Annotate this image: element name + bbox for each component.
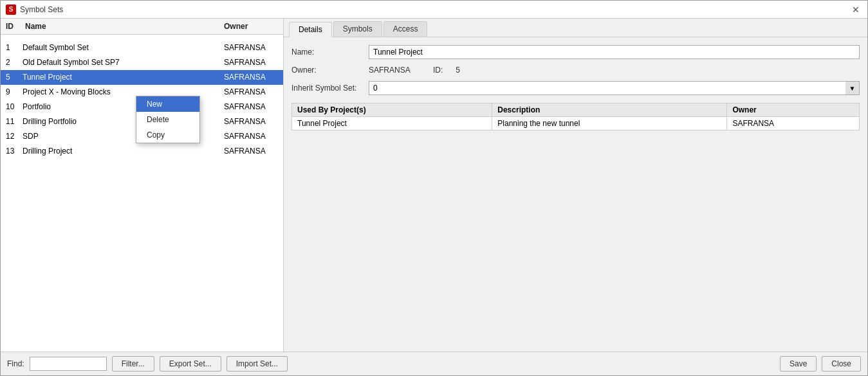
col-used-by: Used By Project(s)	[292, 103, 492, 117]
row-name: Drilling Project	[20, 145, 219, 157]
row-id: 10	[1, 101, 20, 112]
col-header-name: Name	[20, 21, 219, 32]
left-panel: ID Name Owner 1 Default Symbol Set SAFRA…	[1, 19, 284, 352]
inherit-row: Inherit Symbol Set: ▼	[291, 81, 860, 95]
tab-details[interactable]: Details	[289, 22, 332, 37]
bottom-bar: Find: Filter... Export Set... Import Set…	[1, 352, 867, 375]
inherit-dropdown-button[interactable]: ▼	[845, 81, 860, 95]
used-project-owner: SAFRANSA	[727, 117, 860, 130]
col-header-id: ID	[1, 21, 20, 32]
row-name: Default Symbol Set	[20, 42, 219, 53]
used-project-description: Planning the new tunnel	[492, 117, 727, 130]
used-project-name: Tunnel Project	[292, 117, 492, 130]
inherit-select-wrap: ▼	[369, 81, 860, 95]
row-id	[1, 36, 20, 39]
context-menu-new[interactable]: New	[136, 96, 199, 112]
right-panel: Details Symbols Access Name: Owner: SAFR…	[284, 19, 867, 352]
row-id: 13	[1, 145, 20, 157]
row-id: 2	[1, 57, 20, 68]
table-row[interactable]: Tunnel Project Planning the new tunnel S…	[292, 117, 860, 130]
list-header: ID Name Owner	[1, 19, 283, 35]
close-button[interactable]: Close	[822, 356, 861, 372]
row-owner: SAFRANSA	[219, 57, 283, 68]
main-content: ID Name Owner 1 Default Symbol Set SAFRA…	[1, 19, 867, 352]
context-menu: New Delete Copy	[136, 96, 200, 143]
app-icon: S	[6, 4, 16, 15]
inherit-label: Inherit Symbol Set:	[291, 84, 369, 93]
row-name: Tunnel Project	[20, 71, 219, 83]
owner-label: Owner:	[291, 66, 369, 75]
row-name: Old Default Symbol Set SP7	[20, 57, 219, 68]
row-owner: SAFRANSA	[219, 130, 283, 142]
name-label: Name:	[291, 48, 369, 57]
window-title: Symbol Sets	[20, 5, 63, 14]
btn-right-group: Save Close	[780, 356, 861, 372]
save-button[interactable]: Save	[780, 356, 817, 372]
import-set-button[interactable]: Import Set...	[226, 356, 288, 372]
tab-symbols[interactable]: Symbols	[333, 21, 382, 37]
details-panel: Name: Owner: SAFRANSA ID: 5 Inherit Symb…	[284, 37, 867, 138]
col-header-owner: Owner	[219, 21, 283, 32]
list-item-selected[interactable]: 5 Tunnel Project SAFRANSA	[1, 70, 283, 85]
symbol-sets-list[interactable]: 1 Default Symbol Set SAFRANSA 2 Old Defa…	[1, 35, 283, 352]
owner-value: SAFRANSA	[369, 66, 420, 75]
find-input[interactable]	[30, 357, 107, 371]
row-owner: SAFRANSA	[219, 71, 283, 83]
list-item[interactable]: 2 Old Default Symbol Set SP7 SAFRANSA	[1, 55, 283, 70]
list-item[interactable]	[1, 35, 283, 40]
context-menu-copy[interactable]: Copy	[136, 127, 199, 143]
title-bar: S Symbol Sets ✕	[1, 1, 867, 19]
row-id: 11	[1, 116, 20, 127]
export-set-button[interactable]: Export Set...	[160, 356, 221, 372]
row-id: 5	[1, 71, 20, 83]
row-owner: SAFRANSA	[219, 145, 283, 157]
col-description: Description	[492, 103, 727, 117]
inherit-input[interactable]	[369, 81, 860, 95]
id-label: ID:	[433, 66, 443, 75]
tabs-bar: Details Symbols Access	[284, 19, 867, 37]
filter-button[interactable]: Filter...	[112, 356, 154, 372]
find-label: Find:	[7, 359, 24, 368]
name-input[interactable]	[369, 45, 860, 59]
context-menu-delete[interactable]: Delete	[136, 112, 199, 127]
row-id: 9	[1, 86, 20, 98]
used-by-table: Used By Project(s) Description Owner Tun…	[291, 103, 860, 130]
tab-access[interactable]: Access	[383, 21, 428, 37]
id-value: 5	[456, 66, 460, 75]
row-owner: SAFRANSA	[219, 86, 283, 98]
row-id: 12	[1, 130, 20, 142]
row-owner: SAFRANSA	[219, 116, 283, 127]
row-owner: SAFRANSA	[219, 42, 283, 53]
row-name	[20, 36, 219, 39]
owner-field-row: Owner: SAFRANSA ID: 5	[291, 66, 860, 75]
row-owner: SAFRANSA	[219, 101, 283, 112]
owner-id-row: SAFRANSA ID: 5	[369, 66, 860, 75]
name-field-row: Name:	[291, 45, 860, 59]
list-item[interactable]: 13 Drilling Project SAFRANSA	[1, 144, 283, 159]
row-owner	[219, 36, 283, 39]
col-owner: Owner	[727, 103, 860, 117]
title-bar-left: S Symbol Sets	[6, 4, 63, 15]
close-window-button[interactable]: ✕	[849, 3, 862, 16]
main-window: S Symbol Sets ✕ ID Name Owner	[0, 0, 868, 376]
row-id: 1	[1, 42, 20, 53]
list-item[interactable]: 1 Default Symbol Set SAFRANSA	[1, 40, 283, 55]
